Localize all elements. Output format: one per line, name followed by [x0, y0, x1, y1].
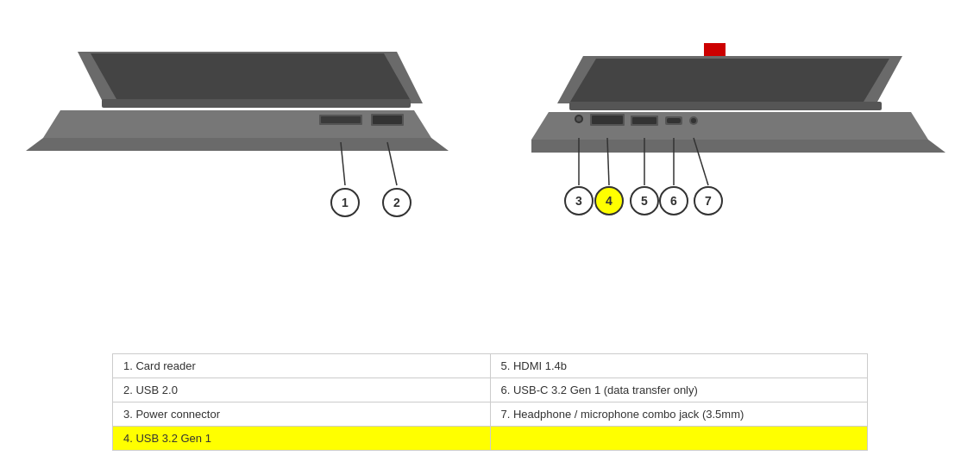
svg-point-30: [691, 118, 696, 123]
svg-text:6: 6: [670, 194, 677, 208]
svg-text:2: 2: [393, 196, 400, 209]
svg-text:4: 4: [606, 194, 612, 208]
table-cell-left: 1. Card reader: [113, 354, 491, 378]
svg-marker-17: [570, 59, 889, 102]
svg-marker-1: [91, 53, 410, 99]
table-row: 1. Card reader5. HDMI 1.4b: [113, 354, 868, 378]
table-cell-left: 3. Power connector: [113, 402, 491, 427]
svg-rect-7: [373, 115, 402, 124]
table-cell-right: [490, 427, 868, 451]
svg-text:5: 5: [641, 194, 648, 208]
table-cell-left: 4. USB 3.2 Gen 1: [113, 427, 491, 451]
table-cell-left: 2. USB 2.0: [113, 378, 491, 402]
svg-marker-20: [531, 140, 945, 153]
svg-rect-8: [321, 116, 361, 123]
laptop-right: 3 4 5 6 7: [531, 34, 954, 241]
table-cell-right: 7. Headphone / microphone combo jack (3.…: [490, 402, 868, 427]
table-area: 1. Card reader5. HDMI 1.4b2. USB 2.06. U…: [112, 353, 868, 451]
laptop-left: 1 2: [26, 34, 449, 241]
table-row: 2. USB 2.06. USB-C 3.2 Gen 1 (data trans…: [113, 378, 868, 402]
table-row: 3. Power connector7. Headphone / microph…: [113, 402, 868, 427]
table-cell-right: 5. HDMI 1.4b: [490, 354, 868, 378]
svg-rect-18: [569, 102, 882, 110]
table-row: 4. USB 3.2 Gen 1: [113, 427, 868, 451]
svg-marker-4: [26, 138, 449, 151]
svg-text:7: 7: [705, 194, 712, 208]
svg-point-22: [576, 116, 581, 122]
ports-table: 1. Card reader5. HDMI 1.4b2. USB 2.06. U…: [112, 353, 868, 451]
main-container: 1 2: [0, 0, 980, 468]
svg-text:3: 3: [575, 194, 582, 208]
svg-rect-26: [632, 117, 656, 124]
diagram-area: 1 2: [0, 0, 980, 276]
svg-text:1: 1: [342, 196, 349, 209]
svg-rect-2: [102, 99, 411, 108]
svg-rect-28: [667, 118, 681, 123]
table-cell-right: 6. USB-C 3.2 Gen 1 (data transfer only): [490, 378, 868, 402]
svg-rect-24: [592, 115, 623, 124]
